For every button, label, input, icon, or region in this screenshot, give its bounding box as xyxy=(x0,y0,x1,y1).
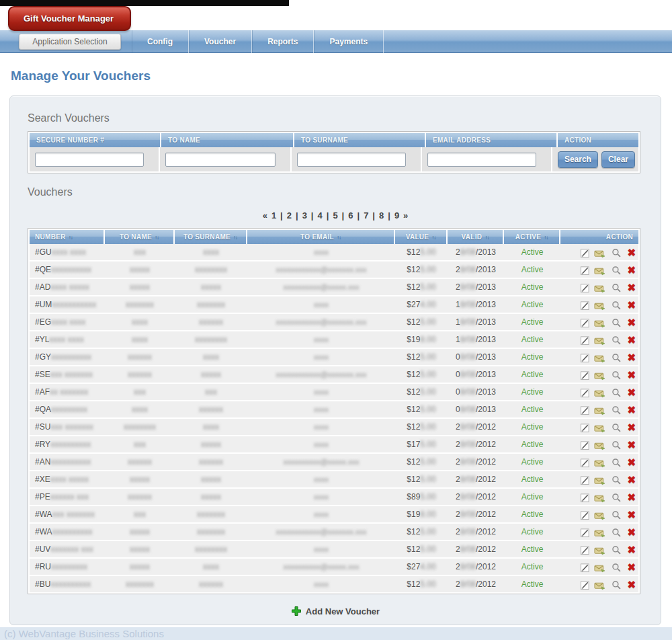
delete-icon[interactable]: ✖ xyxy=(626,527,636,538)
view-icon[interactable] xyxy=(610,387,622,398)
view-icon[interactable] xyxy=(610,510,622,520)
vouchers-column-header[interactable]: VALID↑↓ xyxy=(448,230,504,244)
vouchers-column-header[interactable]: TO SURNAME↑↓ xyxy=(175,230,247,244)
delete-icon[interactable]: ✖ xyxy=(626,562,636,573)
delete-icon[interactable]: ✖ xyxy=(626,440,636,450)
edit-icon[interactable] xyxy=(579,579,590,590)
send-email-icon[interactable] xyxy=(594,457,605,468)
send-email-icon[interactable] xyxy=(594,527,605,538)
send-email-icon[interactable] xyxy=(594,370,605,381)
send-email-icon[interactable] xyxy=(594,352,605,363)
send-email-icon[interactable] xyxy=(594,475,605,485)
delete-icon[interactable]: ✖ xyxy=(626,265,636,276)
nav-tab-config[interactable]: Config xyxy=(132,30,189,53)
vouchers-column-header[interactable]: ACTIVE↑↓ xyxy=(504,230,560,244)
send-email-icon[interactable] xyxy=(594,300,605,311)
edit-icon[interactable] xyxy=(579,492,590,503)
delete-icon[interactable]: ✖ xyxy=(626,457,636,468)
view-icon[interactable] xyxy=(610,317,622,328)
send-email-icon[interactable] xyxy=(594,422,605,433)
edit-icon[interactable] xyxy=(579,457,590,468)
vouchers-column-header[interactable]: VALUE↑↓ xyxy=(395,230,448,244)
nav-tab-payments[interactable]: Payments xyxy=(314,30,384,53)
send-email-icon[interactable] xyxy=(594,387,605,398)
pagination-page-6[interactable]: 6 xyxy=(348,210,353,221)
to-surname-input[interactable] xyxy=(297,153,406,167)
pagination-page-7[interactable]: 7 xyxy=(364,210,368,221)
edit-icon[interactable] xyxy=(579,440,590,450)
send-email-icon[interactable] xyxy=(594,247,605,258)
to-name-input[interactable] xyxy=(165,153,276,167)
send-email-icon[interactable] xyxy=(594,405,605,415)
vouchers-column-header[interactable]: TO EMAIL↑↓ xyxy=(247,230,395,244)
edit-icon[interactable] xyxy=(579,527,590,538)
secure-number-input[interactable] xyxy=(35,153,144,167)
pagination-next[interactable]: » xyxy=(403,210,408,221)
delete-icon[interactable]: ✖ xyxy=(626,317,636,328)
edit-icon[interactable] xyxy=(579,405,590,415)
edit-icon[interactable] xyxy=(579,247,590,258)
view-icon[interactable] xyxy=(610,352,622,363)
delete-icon[interactable]: ✖ xyxy=(626,510,636,520)
nav-tab-voucher[interactable]: Voucher xyxy=(189,30,252,53)
delete-icon[interactable]: ✖ xyxy=(626,282,636,293)
search-button[interactable]: Search xyxy=(558,151,598,168)
view-icon[interactable] xyxy=(610,300,622,311)
pagination-page-3[interactable]: 3 xyxy=(302,210,307,221)
pagination-page-8[interactable]: 8 xyxy=(379,210,384,221)
sort-icon[interactable]: ↑↓ xyxy=(155,235,159,241)
delete-icon[interactable]: ✖ xyxy=(626,492,636,503)
pagination-prev[interactable]: « xyxy=(263,210,267,221)
delete-icon[interactable]: ✖ xyxy=(626,247,636,258)
view-icon[interactable] xyxy=(610,527,622,538)
application-selection-button[interactable]: Application Selection xyxy=(19,34,121,50)
view-icon[interactable] xyxy=(610,247,622,258)
view-icon[interactable] xyxy=(610,440,622,450)
edit-icon[interactable] xyxy=(579,562,590,573)
pagination-page-1[interactable]: 1 xyxy=(271,210,276,221)
view-icon[interactable] xyxy=(610,422,622,433)
sort-icon[interactable]: ↑↓ xyxy=(69,235,73,241)
edit-icon[interactable] xyxy=(579,317,590,328)
sort-icon[interactable]: ↑↓ xyxy=(485,235,489,241)
delete-icon[interactable]: ✖ xyxy=(626,300,636,311)
delete-icon[interactable]: ✖ xyxy=(626,422,636,433)
send-email-icon[interactable] xyxy=(594,562,605,573)
pagination-page-4[interactable]: 4 xyxy=(318,210,323,221)
delete-icon[interactable]: ✖ xyxy=(626,387,636,398)
view-icon[interactable] xyxy=(610,335,622,346)
delete-icon[interactable]: ✖ xyxy=(626,335,636,346)
delete-icon[interactable]: ✖ xyxy=(626,370,636,381)
view-icon[interactable] xyxy=(610,282,622,293)
delete-icon[interactable]: ✖ xyxy=(626,545,636,555)
edit-icon[interactable] xyxy=(579,422,590,433)
send-email-icon[interactable] xyxy=(594,265,605,276)
edit-icon[interactable] xyxy=(579,352,590,363)
edit-icon[interactable] xyxy=(579,370,590,381)
pagination-page-9[interactable]: 9 xyxy=(394,210,399,221)
vouchers-column-header[interactable]: NUMBER↑↓ xyxy=(30,230,105,244)
delete-icon[interactable]: ✖ xyxy=(626,579,636,590)
view-icon[interactable] xyxy=(610,545,622,555)
edit-icon[interactable] xyxy=(579,545,590,555)
send-email-icon[interactable] xyxy=(594,317,605,328)
view-icon[interactable] xyxy=(610,492,622,503)
nav-tab-reports[interactable]: Reports xyxy=(252,30,314,53)
view-icon[interactable] xyxy=(610,475,622,485)
edit-icon[interactable] xyxy=(579,300,590,311)
send-email-icon[interactable] xyxy=(594,492,605,503)
edit-icon[interactable] xyxy=(579,475,590,485)
view-icon[interactable] xyxy=(610,265,622,276)
send-email-icon[interactable] xyxy=(594,440,605,450)
view-icon[interactable] xyxy=(610,405,622,415)
delete-icon[interactable]: ✖ xyxy=(626,352,636,363)
view-icon[interactable] xyxy=(610,457,622,468)
pagination-page-2[interactable]: 2 xyxy=(287,210,292,221)
edit-icon[interactable] xyxy=(579,510,590,520)
send-email-icon[interactable] xyxy=(594,545,605,555)
clear-button[interactable]: Clear xyxy=(601,151,635,168)
sort-icon[interactable]: ↑↓ xyxy=(337,235,341,241)
sort-icon[interactable]: ↑↓ xyxy=(233,235,237,241)
delete-icon[interactable]: ✖ xyxy=(626,475,636,485)
email-address-input[interactable] xyxy=(427,153,536,167)
